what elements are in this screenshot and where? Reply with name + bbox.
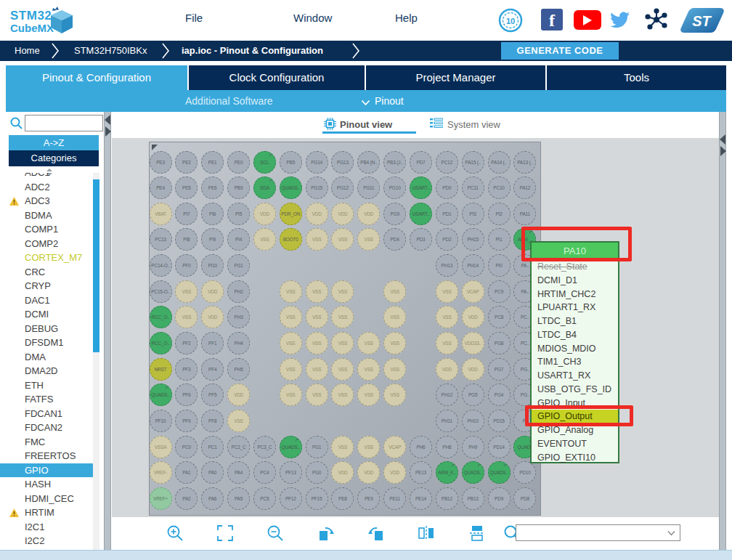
pin-PA11[interactable]: PA11 (513, 203, 536, 225)
pin-PF6[interactable]: PF6 (175, 384, 198, 406)
pin-menu-item-gpio_exti10[interactable]: GPIO_EXTI10 (532, 451, 618, 465)
pin-ARM_K[interactable]: ARM_K.. (436, 461, 458, 484)
pin-VSSA[interactable]: VSSA (150, 436, 172, 458)
pin-PB9[interactable]: PB9 (227, 176, 250, 199)
pin-PF3[interactable]: PF3 (175, 358, 198, 381)
pin-VDD[interactable]: VDD (436, 358, 458, 381)
pin-VSS[interactable]: VSS (306, 306, 328, 328)
pin-QUADS[interactable]: QUADS.. (462, 461, 484, 484)
pin-VSS[interactable]: VSS (280, 280, 302, 303)
pin-VSS[interactable]: VSS (331, 384, 354, 406)
pin-PH3[interactable]: PH3 (227, 306, 250, 328)
sidebar-item-dac1[interactable]: DAC1 (0, 293, 100, 308)
pin-BOOT0[interactable]: BOOT0 (280, 228, 302, 251)
pin-PH9[interactable]: PH9 (462, 436, 484, 458)
pin-VSS[interactable]: VSS (306, 228, 328, 251)
pin-RCC_O[interactable]: RCC_O.. (150, 306, 172, 328)
pin-VREF-[interactable]: VREF- (150, 461, 172, 484)
pin-PC11[interactable]: PC11 (462, 176, 484, 199)
sidebar-item-gpio[interactable]: GPIO (0, 463, 93, 478)
pin-VREF+[interactable]: VREF+ (150, 487, 172, 510)
pin-NRST[interactable]: NRST (150, 358, 172, 381)
pin-PI8[interactable]: PI8 (175, 228, 198, 251)
sidebar-item-i2c1[interactable]: I2C1 (0, 520, 100, 535)
pin-PF15[interactable]: PF15 (306, 487, 328, 510)
pin-PD9[interactable]: PD9 (488, 487, 511, 510)
sidebar-item-debug[interactable]: DEBUG (0, 322, 100, 336)
pin-PF9[interactable]: PF9 (175, 410, 198, 432)
pin-menu-item-tim1_ch3[interactable]: TIM1_CH3 (532, 355, 618, 369)
pin-PE1[interactable]: PE1 (201, 151, 224, 174)
pin-PE2[interactable]: PE2 (175, 151, 198, 174)
pin-VSS[interactable]: VSS (280, 306, 302, 328)
pin-VSS[interactable]: VSS (331, 332, 354, 354)
pin-PH4[interactable]: PH4 (227, 332, 250, 354)
pin-PH10[interactable]: PH10 (462, 410, 484, 432)
pin-PD1[interactable]: PD1 (436, 203, 458, 225)
pin-VDD[interactable]: VDD (357, 203, 380, 225)
pin-PH6[interactable]: PH6 (410, 436, 432, 458)
sidebar-scrollbar-thumb[interactable] (93, 179, 99, 352)
pin-PI9[interactable]: PI9 (201, 228, 224, 251)
pin-PE5[interactable]: PE5 (175, 176, 198, 199)
pin-PI11[interactable]: PI11 (227, 254, 250, 277)
pin-PF1[interactable]: PF1 (201, 332, 224, 354)
best-fit-icon[interactable] (216, 524, 235, 543)
sidebar-item-cortex_m7[interactable]: CORTEX_M7 (0, 251, 100, 265)
pin-PG7[interactable]: PG7 (488, 358, 511, 381)
pin-PI5[interactable]: PI5 (227, 203, 250, 225)
sidebar-item-dcmi[interactable]: DCMI (0, 307, 100, 322)
pin-PB13[interactable]: PB13 (462, 487, 484, 510)
pin-PF8[interactable]: PF8 (201, 410, 224, 432)
pin-VDD[interactable]: VDD (227, 384, 250, 406)
pin-PA1[interactable]: PA1 (175, 461, 198, 484)
pin-PB3J[interactable]: PB3 (J.. (383, 151, 406, 174)
pin-PG12[interactable]: PG12 (331, 176, 354, 199)
pin-PI6[interactable]: PI6 (201, 203, 224, 225)
pin-QUADS[interactable]: QUADS.. (280, 436, 302, 458)
pin-PC13[interactable]: PC13 (150, 228, 172, 251)
pin-PH2[interactable]: PH2 (227, 280, 250, 303)
sidebar-item-dfsdm1[interactable]: DFSDM1 (0, 336, 100, 350)
pin-menu-item-lpuart1_rx[interactable]: LPUART1_RX (532, 301, 618, 315)
flip-vertical-icon[interactable] (468, 524, 487, 543)
twitter-icon[interactable] (609, 9, 632, 33)
pin-PH11[interactable]: PH11 (436, 410, 458, 432)
pin-PDR_ON[interactable]: PDR_ON (280, 203, 302, 225)
pin-PG13[interactable]: PG13 (331, 151, 354, 174)
collapse-left-icon[interactable] (720, 134, 725, 145)
pin-VDD[interactable]: VDD (462, 306, 484, 328)
sidebar-item-fatfs[interactable]: FATFS (0, 392, 100, 407)
pin-VCAP[interactable]: VCAP (462, 280, 484, 303)
pin-PE4[interactable]: PE4 (150, 176, 172, 199)
pinout-dropdown[interactable]: Pinout (361, 95, 404, 107)
pin-VSS[interactable]: VSS (383, 358, 406, 381)
sidebar-item-dma[interactable]: DMA (0, 350, 100, 365)
pin-PC9[interactable]: PC9 (488, 280, 511, 303)
pin-PI0[interactable]: PI0 (488, 254, 511, 277)
pin-PI4[interactable]: PI4 (227, 228, 250, 251)
pin-PC10[interactable]: PC10 (488, 176, 511, 199)
pin-PA12[interactable]: PA12 (513, 176, 536, 199)
pin-PI3[interactable]: PI3 (462, 203, 484, 225)
expand-right-icon[interactable] (105, 126, 111, 137)
pin-PG0[interactable]: PG0 (306, 461, 328, 484)
pin-menu-item-reset_state[interactable]: Reset_State (532, 260, 618, 274)
pin-PI10[interactable]: PI10 (201, 254, 224, 277)
pin-VSS[interactable]: VSS (331, 436, 354, 458)
pin-QUADS[interactable]: QUADS.. (280, 176, 302, 199)
pin-PI7[interactable]: PI7 (175, 203, 198, 225)
breadcrumb-project[interactable]: iap.ioc - Pinout & Configuration (182, 45, 323, 56)
breadcrumb-home[interactable]: Home (15, 45, 40, 56)
pin-PD15[interactable]: PD15 (488, 410, 511, 432)
pin-VSS[interactable]: VSS (383, 332, 406, 354)
pin-menu-item-dcmi_d1[interactable]: DCMI_D1 (532, 274, 618, 288)
pin-PC3_C[interactable]: PC3_C (253, 436, 276, 458)
pin-PG5[interactable]: PG5 (462, 384, 484, 406)
pin-PG9[interactable]: PG9 (383, 203, 406, 225)
menu-help[interactable]: Help (395, 12, 418, 24)
pin-PF13[interactable]: PF13 (280, 461, 302, 484)
pin-VSS[interactable]: VSS (306, 358, 328, 381)
pin-USART[interactable]: USART.. (410, 176, 432, 199)
pin-menu-item-eventout[interactable]: EVENTOUT (532, 437, 618, 451)
